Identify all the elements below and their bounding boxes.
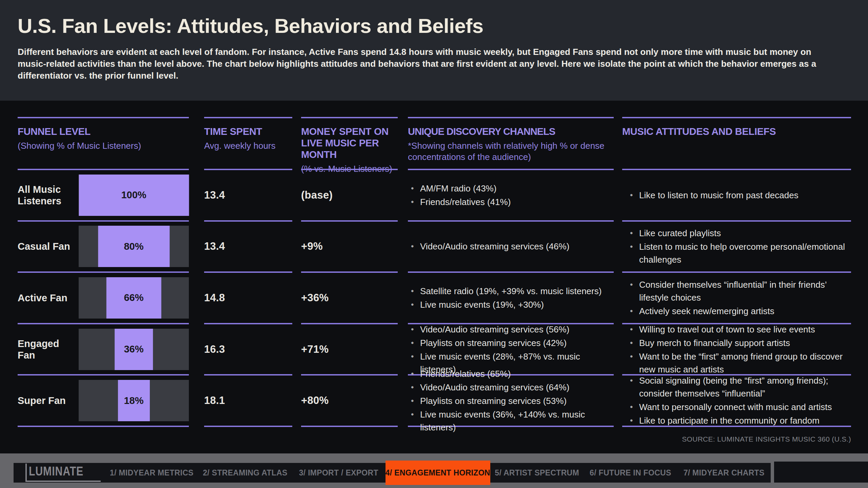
- tab-7[interactable]: 7/ MIDYEAR CHARTS: [677, 463, 771, 483]
- bullet-item: Friends/relatives (41%): [410, 196, 511, 208]
- bullet-item: Like curated playlists: [629, 227, 851, 240]
- discovery-list: Satellite radio (19%, +39% vs. music lis…: [408, 284, 601, 312]
- bottom-nav: LUMINATE 1/ MIDYEAR METRICS2/ STREAMING …: [14, 463, 771, 483]
- tab-2[interactable]: 2/ STREAMING ATLAS: [198, 463, 292, 483]
- deck-strip: LUMINATE 1/ MIDYEAR METRICS2/ STREAMING …: [0, 453, 868, 488]
- bullet-item: Playlists on streaming services (42%): [410, 337, 614, 349]
- page-description: Different behaviors are evident at each …: [18, 46, 818, 82]
- bullet-item: Video/Audio streaming services (46%): [410, 240, 569, 253]
- funnel-bar: 66%: [106, 277, 161, 319]
- column-bottom-rule: [301, 426, 398, 427]
- funnel-bar: 80%: [98, 226, 170, 267]
- column-header-discovery-channels: UNIQUE DISCOVERY CHANNELS*Showing channe…: [408, 117, 614, 169]
- column-title: UNIQUE DISCOVERY CHANNELS: [408, 126, 614, 137]
- money-spent-cell: (base): [301, 169, 398, 220]
- money-spent-value: +71%: [301, 343, 329, 355]
- column-subtitle: *Showing channels with relatively high %…: [408, 140, 614, 163]
- bullet-item: Social signaling (being the “first” amon…: [629, 374, 851, 400]
- bullet-item: Friends/relatives (65%): [410, 367, 614, 380]
- funnel-row-label: Super Fan: [18, 395, 79, 406]
- source-note: SOURCE: LUMINATE INSIGHTS MUSIC 360 (U.S…: [682, 435, 851, 443]
- bullet-item: Listen to music to help overcome persona…: [629, 240, 851, 266]
- bullet-item: Willing to travel out of town to see liv…: [629, 323, 851, 336]
- attitudes-list: Consider themselves “influential” in the…: [622, 278, 851, 318]
- tab-1[interactable]: 1/ MIDYEAR METRICS: [105, 463, 198, 483]
- discovery-list: Video/Audio streaming services (46%): [408, 239, 569, 253]
- attitudes-list: Social signaling (being the “first” amon…: [622, 373, 851, 428]
- tab-5[interactable]: 5/ ARTIST SPECTRUM: [490, 463, 584, 483]
- column-subtitle: Avg. weekly hours: [204, 140, 292, 151]
- column-bottom-rule: [18, 426, 189, 427]
- funnel-level-cell: Super Fan18%: [18, 374, 189, 426]
- funnel-row-label: Active Fan: [18, 292, 79, 304]
- nav-tabs: 1/ MIDYEAR METRICS2/ STREAMING ATLAS3/ I…: [105, 463, 771, 483]
- money-spent-cell: +36%: [301, 271, 398, 323]
- money-spent-value: (base): [301, 189, 333, 201]
- time-spent-value: 13.4: [204, 189, 225, 201]
- funnel-bar-value: 66%: [124, 292, 143, 303]
- money-spent-value: +36%: [301, 292, 329, 304]
- discovery-list: Friends/relatives (65%)Video/Audio strea…: [408, 367, 614, 434]
- column-subtitle: (% vs. Music Listeners): [301, 163, 398, 175]
- money-spent-value: +9%: [301, 240, 323, 252]
- discovery-channels-cell: Video/Audio streaming services (56%)Play…: [408, 323, 614, 374]
- bullet-item: Want to be the “first” among friend grou…: [629, 350, 851, 376]
- money-spent-cell: +9%: [301, 220, 398, 272]
- bullet-item: Live music events (19%, +30%): [410, 298, 601, 311]
- funnel-row-label: Casual Fan: [18, 241, 79, 252]
- bullet-item: Satellite radio (19%, +39% vs. music lis…: [410, 285, 601, 298]
- page-title: U.S. Fan Levels: Attitudes, Behaviors an…: [18, 14, 484, 38]
- time-spent-cell: 13.4: [204, 169, 292, 220]
- funnel-level-cell: All Music Listeners100%: [18, 169, 189, 220]
- column-title: TIME SPENT: [204, 126, 292, 137]
- column-subtitle: (Showing % of Music Listeners): [18, 140, 189, 151]
- bullet-item: Consider themselves “influential” in the…: [629, 278, 851, 304]
- discovery-channels-cell: AM/FM radio (43%)Friends/relatives (41%): [408, 169, 614, 220]
- funnel-row-label: All Music Listeners: [18, 184, 79, 207]
- funnel-bar-value: 80%: [124, 241, 143, 252]
- bullet-item: AM/FM radio (43%): [410, 182, 511, 195]
- funnel-bar-value: 100%: [121, 189, 146, 201]
- bullet-item: Video/Audio streaming services (64%): [410, 381, 614, 394]
- funnel-level-cell: Active Fan66%: [18, 271, 189, 323]
- tab-6[interactable]: 6/ FUTURE IN FOCUS: [584, 463, 677, 483]
- bullet-item: Want to personally connect with music an…: [629, 401, 851, 413]
- column-attitudes-beliefs: MUSIC ATTITUDES AND BELIEFSLike to liste…: [622, 117, 851, 426]
- column-header-money-spent: MONEY SPENT ON LIVE MUSIC PER MONTH(% vs…: [301, 117, 398, 169]
- fan-table: FUNNEL LEVEL(Showing % of Music Listener…: [18, 117, 851, 426]
- funnel-bar-track: 18%: [79, 380, 189, 421]
- column-discovery-channels: UNIQUE DISCOVERY CHANNELS*Showing channe…: [408, 117, 614, 426]
- bullet-item: Like to listen to music from past decade…: [629, 189, 798, 202]
- column-time-spent: TIME SPENTAvg. weekly hours13.413.414.81…: [204, 117, 292, 426]
- nav-extension: [774, 462, 868, 483]
- time-spent-value: 18.1: [204, 394, 225, 407]
- time-spent-cell: 16.3: [204, 323, 292, 374]
- funnel-bar-track: 80%: [79, 226, 189, 267]
- funnel-bar: 100%: [79, 175, 189, 216]
- attitudes-beliefs-cell: Like curated playlistsListen to music to…: [622, 220, 851, 272]
- column-title: MUSIC ATTITUDES AND BELIEFS: [622, 126, 851, 137]
- time-spent-value: 16.3: [204, 343, 225, 355]
- funnel-bar: 36%: [115, 329, 153, 370]
- column-money-spent: MONEY SPENT ON LIVE MUSIC PER MONTH(% vs…: [301, 117, 398, 426]
- time-spent-cell: 14.8: [204, 271, 292, 323]
- discovery-list: AM/FM radio (43%)Friends/relatives (41%): [408, 181, 511, 209]
- funnel-bar: 18%: [118, 380, 150, 421]
- bullet-item: Buy merch to financially support artists: [629, 337, 851, 349]
- time-spent-value: 13.4: [204, 240, 225, 252]
- bullet-item: Video/Audio streaming services (56%): [410, 323, 614, 336]
- discovery-channels-cell: Video/Audio streaming services (46%): [408, 220, 614, 272]
- time-spent-cell: 13.4: [204, 220, 292, 272]
- discovery-channels-cell: Friends/relatives (65%)Video/Audio strea…: [408, 374, 614, 426]
- tab-3[interactable]: 3/ IMPORT / EXPORT: [292, 463, 386, 483]
- luminate-logo: LUMINATE: [25, 464, 101, 482]
- header-band: U.S. Fan Levels: Attitudes, Behaviors an…: [0, 0, 868, 101]
- money-spent-cell: +80%: [301, 374, 398, 426]
- time-spent-cell: 18.1: [204, 374, 292, 426]
- funnel-bar-track: 36%: [79, 329, 189, 370]
- attitudes-list: Like curated playlistsListen to music to…: [622, 226, 851, 267]
- column-funnel-level: FUNNEL LEVEL(Showing % of Music Listener…: [18, 117, 189, 426]
- funnel-bar-value: 18%: [124, 395, 143, 406]
- funnel-level-cell: Casual Fan80%: [18, 220, 189, 272]
- tab-4[interactable]: 4/ ENGAGEMENT HORIZON: [386, 461, 490, 485]
